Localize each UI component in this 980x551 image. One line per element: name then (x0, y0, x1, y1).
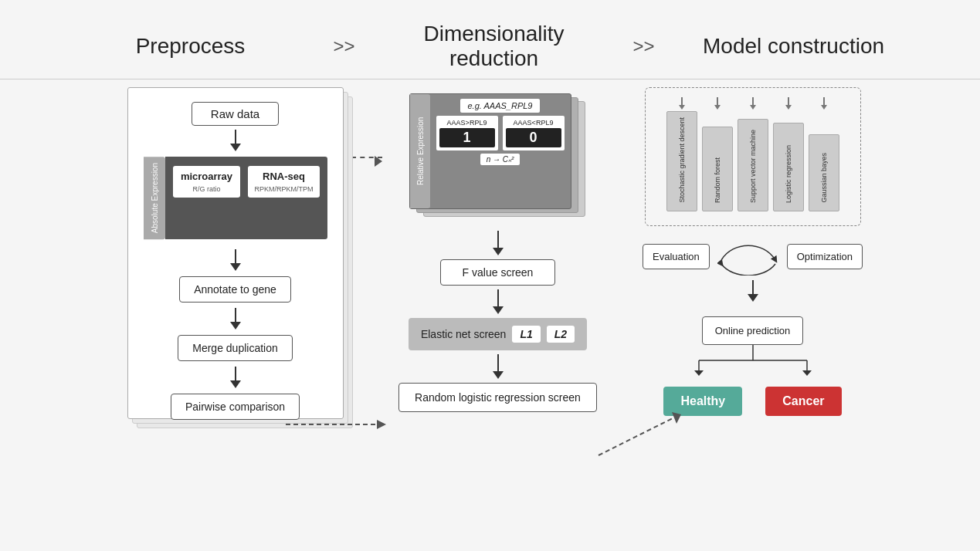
rnaseq-title: RNA-seq (263, 171, 305, 182)
model-dashed-container: Stochastic gradient descent Random fores… (645, 87, 861, 226)
arrow-line (497, 354, 499, 371)
dashed-head (750, 105, 756, 110)
main-container: Preprocess >> Dimensionality reduction >… (0, 0, 980, 551)
formula-text: n → Cₙ² (487, 155, 514, 164)
l1-badge: L1 (512, 326, 540, 343)
dashed-head (785, 105, 792, 110)
model-arrow-2 (702, 97, 733, 110)
model-flow-arrow-1 (748, 280, 758, 302)
evaluation-label: Evaluation (653, 251, 700, 262)
pairwise-box: Pairwise comparison (171, 394, 300, 420)
svg-marker-4 (694, 370, 704, 376)
model-arrow-3 (738, 97, 768, 110)
dashed-head (821, 105, 827, 110)
merge-box: Merge duplication (178, 335, 293, 361)
arrow-head (230, 263, 241, 271)
model-construction-title: Model construction (703, 34, 884, 58)
rnaseq-box: RNA-seq RPKM/RPKM/TPM (248, 166, 319, 198)
model-columns: Stochastic gradient descent Random fores… (666, 111, 839, 211)
dim-flow-arrow-3 (493, 354, 504, 379)
arrow-head (493, 248, 504, 255)
raw-data-box: Raw data (192, 102, 279, 126)
flow-arrow-2 (230, 249, 241, 271)
compare-box-2: AAAS<RPL9 0 (503, 116, 565, 150)
healthy-label: Healthy (680, 394, 725, 407)
eval-optim-row: Evaluation (637, 237, 869, 276)
dim-flow-arrow-1 (493, 231, 504, 255)
dashed-head (679, 105, 685, 110)
connector-2 (614, 79, 637, 150)
connector-1 (351, 79, 382, 167)
arrow-line (235, 249, 236, 263)
flow-arrow-3 (230, 308, 241, 330)
microarray-box: microarray R/G ratio (173, 166, 241, 198)
random-logistic-box: Random logistic regression screen (398, 383, 597, 412)
model-arrow-4 (773, 97, 804, 110)
compare1-title: AAAS>RPL9 (447, 119, 487, 127)
microarray-title: microarray (181, 171, 232, 182)
abs-expression-container: Absolute Expression microarray R/G ratio… (144, 157, 327, 239)
model-col-lr: Logistic regression (773, 123, 804, 211)
model-arrow-5 (809, 97, 839, 110)
model-arrows-top (666, 97, 839, 110)
arrow-line (497, 289, 499, 306)
svg-marker-6 (802, 370, 812, 376)
compare2-title: AAAS<RPL9 (514, 119, 554, 127)
paper-main: Raw data Absolute Expression (127, 87, 344, 419)
arrow1: >> (310, 35, 378, 57)
elastic-net-box: Elastic net screen L1 L2 (409, 318, 587, 350)
arrow-head (230, 380, 241, 388)
flow-arrow-1 (230, 130, 241, 151)
model-col-gb: Gaussian bayes (809, 134, 839, 211)
model-arrow-1 (666, 97, 697, 110)
cancer-label: Cancer (782, 394, 824, 407)
evaluation-box: Evaluation (643, 244, 710, 269)
elastic-net-label: Elastic net screen (421, 328, 507, 340)
model-col-svm: Support vector machine (738, 119, 768, 211)
rel-example: e.g. AAAS_RPL9 (460, 99, 541, 113)
arrow-line (497, 231, 499, 248)
model-col-sgd: Stochastic gradient descent (666, 111, 697, 211)
rnaseq-sub: RPKM/RPKM/TPM (254, 185, 313, 193)
rel-expression-text: Relative Expression (415, 117, 424, 185)
online-prediction-box: Online prediction (702, 316, 804, 345)
random-logistic-label: Random logistic regression screen (415, 391, 581, 404)
preprocess-title: Preprocess (136, 34, 246, 58)
arrow-line (752, 280, 754, 294)
pairwise-label: Pairwise comparison (185, 401, 285, 413)
col-svm-label: Support vector machine (748, 127, 758, 206)
dim-flow: F value screen Elastic net screen L1 L2 (382, 227, 614, 412)
arrow-head (230, 322, 241, 330)
example-text: e.g. AAAS_RPL9 (468, 101, 533, 110)
rel-card-inner: e.g. AAAS_RPL9 AAAS>RPL9 1 AAAS<RPL9 0 (430, 94, 571, 208)
dim-reduction-title: Dimensionality reduction (423, 22, 564, 70)
annotate-label: Annotate to gene (194, 283, 276, 296)
f-value-box: F value screen (440, 259, 556, 286)
raw-data-label: Raw data (211, 107, 259, 120)
dashed-head (714, 105, 721, 110)
arrow-head (230, 144, 241, 151)
dim-section: Relative Expression e.g. AAAS_RPL9 AAAS>… (382, 87, 614, 412)
arrow-head (493, 371, 504, 379)
microarray-sub: R/G ratio (192, 185, 220, 193)
annotate-box: Annotate to gene (179, 276, 291, 303)
dashed-v (681, 97, 683, 105)
dim-flow-arrow-2 (493, 289, 504, 314)
arrow-line (235, 308, 236, 322)
rel-expression-stack: Relative Expression e.g. AAAS_RPL9 AAAS>… (409, 93, 587, 221)
branch-arrows-svg (676, 345, 830, 376)
rel-formula: n → Cₙ² (480, 154, 521, 165)
preprocess-section: Raw data Absolute Expression (112, 87, 351, 419)
stacked-paper: Raw data Absolute Expression (127, 87, 344, 419)
col-rf-label: Random forest (712, 154, 723, 206)
online-prediction-label: Online prediction (715, 325, 791, 336)
rel-card-main: Relative Expression e.g. AAAS_RPL9 AAAS>… (409, 93, 571, 209)
col-lr-label: Logistic regression (783, 142, 794, 206)
content-row: Raw data Absolute Expression (0, 79, 980, 551)
l2-badge: L2 (547, 326, 575, 343)
col-gb-label: Gaussian bayes (819, 150, 829, 206)
merge-label: Merge duplication (192, 342, 278, 354)
arrow-line (235, 367, 236, 380)
col-sgd-label: Stochastic gradient descent (677, 114, 687, 206)
rel-expression-label: Relative Expression (410, 94, 430, 208)
